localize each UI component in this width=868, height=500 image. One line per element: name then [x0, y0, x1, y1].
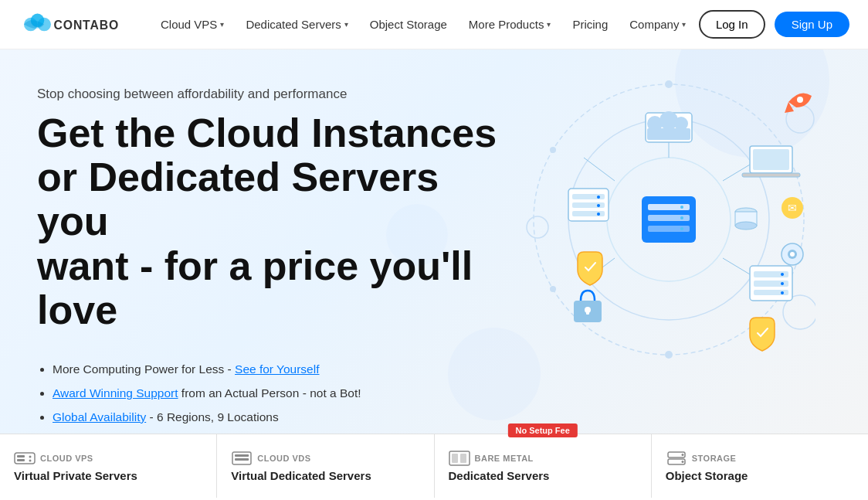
global-availability-link[interactable]: Global Availability: [53, 410, 146, 423]
chevron-down-icon: ▾: [547, 20, 551, 29]
svg-point-61: [597, 213, 600, 216]
chevron-down-icon: ▾: [220, 20, 224, 29]
svg-point-54: [797, 97, 803, 103]
svg-point-11: [550, 286, 556, 292]
svg-point-65: [29, 455, 32, 457]
hero-illustration: ✉: [507, 73, 831, 366]
svg-point-66: [29, 459, 32, 461]
bullet-computing: More Computing Power for Less - See for …: [53, 357, 507, 381]
see-for-yourself-link[interactable]: See for Yourself: [235, 362, 319, 376]
svg-point-71: [247, 458, 249, 460]
svg-rect-69: [235, 458, 249, 461]
svg-point-25: [680, 206, 683, 209]
chevron-down-icon: ▾: [344, 20, 348, 29]
bare-metal-icon: [449, 451, 470, 466]
card-cloud-vps[interactable]: CLOUD VPS Virtual Private Servers: [0, 434, 217, 498]
svg-text:✉: ✉: [788, 202, 797, 214]
chevron-down-icon: ▾: [682, 20, 686, 29]
svg-rect-73: [452, 454, 458, 463]
svg-rect-68: [235, 454, 249, 457]
signup-button[interactable]: Sign Up: [775, 12, 849, 37]
nav-dedicated-servers[interactable]: Dedicated Servers ▾: [236, 12, 357, 37]
svg-text:CONTABO: CONTABO: [54, 18, 120, 31]
product-cards: CLOUD VPS Virtual Private Servers CLOUD …: [0, 434, 868, 498]
svg-rect-74: [460, 454, 466, 463]
bullet-availability: Global Availability - 6 Regions, 9 Locat…: [53, 405, 507, 429]
svg-point-50: [790, 252, 795, 257]
bg-decoration: [386, 204, 448, 266]
svg-rect-64: [17, 459, 25, 461]
no-setup-fee-badge: No Setup Fee: [507, 423, 577, 437]
card-category-vps: CLOUD VPS: [14, 451, 202, 466]
bullet-support: Award Winning Support from an Actual Per…: [53, 381, 507, 405]
svg-rect-62: [15, 453, 35, 464]
card-title-vps: Virtual Private Servers: [14, 469, 202, 482]
hero-subtitle: Stop choosing between affordability and …: [37, 87, 507, 102]
nav-object-storage[interactable]: Object Storage: [361, 12, 456, 37]
svg-point-59: [597, 196, 600, 199]
nav-more-products[interactable]: More Products ▾: [459, 12, 561, 37]
svg-point-27: [680, 227, 683, 230]
svg-rect-45: [586, 310, 589, 315]
award-winning-support-link[interactable]: Award Winning Support: [53, 386, 178, 400]
storage-icon: [666, 451, 687, 466]
vds-icon: [231, 451, 253, 466]
navbar: CONTABO Cloud VPS ▾ Dedicated Servers ▾ …: [0, 0, 868, 49]
svg-point-60: [597, 204, 600, 207]
svg-point-77: [681, 454, 683, 456]
nav-links: Cloud VPS ▾ Dedicated Servers ▾ Object S…: [151, 12, 699, 37]
nav-actions: Log In Sign Up: [699, 10, 849, 39]
card-storage[interactable]: STORAGE Object Storage: [652, 434, 868, 498]
card-title-bare-metal: Dedicated Servers: [449, 469, 637, 482]
logo[interactable]: CONTABO: [19, 9, 127, 40]
hero-left: Stop choosing between affordability and …: [37, 80, 507, 477]
svg-point-26: [680, 216, 683, 219]
card-title-vds: Virtual Dedicated Servers: [231, 469, 419, 482]
nav-pricing[interactable]: Pricing: [563, 12, 617, 37]
svg-point-41: [781, 282, 784, 285]
nav-company[interactable]: Company ▾: [620, 12, 695, 37]
hero-section: Stop choosing between affordability and …: [0, 49, 868, 498]
card-title-storage: Object Storage: [666, 469, 854, 482]
card-category-bare-metal: BARE METAL: [449, 451, 637, 466]
vps-icon: [14, 451, 36, 466]
svg-rect-63: [17, 455, 25, 457]
svg-point-10: [665, 351, 673, 359]
svg-point-15: [527, 216, 548, 238]
svg-point-70: [247, 454, 249, 456]
card-category-vds: CLOUD VDS: [231, 451, 419, 466]
nav-cloud-vps[interactable]: Cloud VPS ▾: [151, 12, 233, 37]
svg-point-12: [550, 147, 556, 153]
login-button[interactable]: Log In: [699, 10, 765, 39]
svg-point-40: [781, 273, 784, 276]
svg-point-53: [735, 222, 757, 230]
card-bare-metal[interactable]: No Setup Fee BARE METAL Dedicated Server…: [435, 434, 652, 498]
svg-rect-34: [753, 149, 789, 170]
svg-point-42: [781, 291, 784, 294]
network-illustration: ✉: [522, 73, 815, 366]
svg-rect-32: [647, 128, 690, 140]
svg-point-7: [665, 80, 673, 88]
card-category-storage: STORAGE: [666, 451, 854, 466]
svg-line-20: [584, 158, 615, 181]
svg-point-78: [681, 461, 683, 463]
card-cloud-vds[interactable]: CLOUD VDS Virtual Dedicated Servers: [217, 434, 434, 498]
svg-rect-35: [742, 173, 800, 177]
